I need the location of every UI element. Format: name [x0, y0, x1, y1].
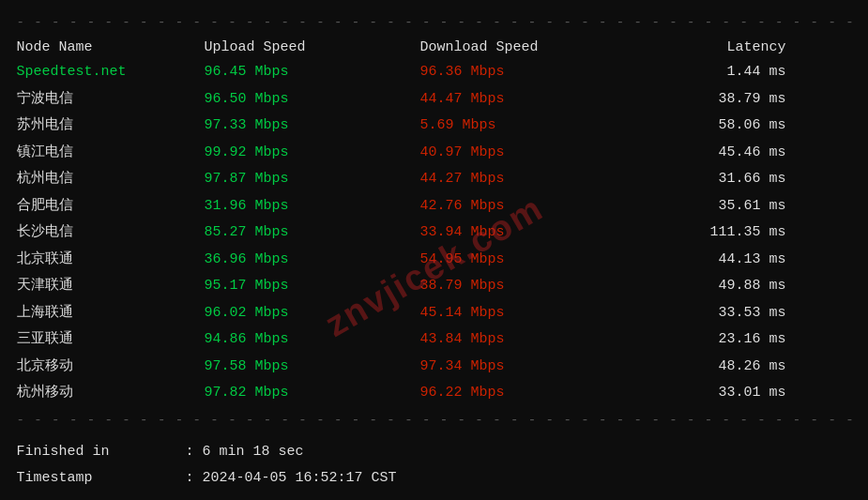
cell-download: 42.76 Mbps	[420, 196, 636, 218]
header-upload: Upload Speed	[205, 39, 420, 55]
cell-latency: 111.35 ms	[636, 222, 786, 244]
table-body: Speedtest.net96.45 Mbps96.36 Mbps1.44 ms…	[17, 59, 852, 407]
cell-latency: 48.26 ms	[636, 356, 786, 378]
cell-download: 40.97 Mbps	[420, 143, 636, 164]
cell-upload: 94.86 Mbps	[205, 329, 420, 351]
cell-node: 北京联通	[17, 250, 205, 271]
main-container: znvjicek.com - - - - - - - - - - - - - -…	[12, 0, 857, 500]
header-node: Node Name	[17, 39, 205, 55]
table-row: 天津联通95.17 Mbps38.79 Mbps49.88 ms	[17, 273, 852, 300]
cell-download: 54.95 Mbps	[420, 250, 636, 271]
cell-upload: 97.58 Mbps	[205, 356, 420, 378]
cell-download: 44.27 Mbps	[420, 169, 636, 190]
cell-download: 96.36 Mbps	[420, 62, 636, 83]
cell-download: 97.34 Mbps	[420, 356, 636, 378]
cell-node: 宁波电信	[17, 89, 205, 111]
cell-download: 38.79 Mbps	[420, 276, 636, 297]
footer-finished-value: : 6 min 18 sec	[186, 441, 304, 463]
cell-upload: 97.82 Mbps	[205, 383, 420, 404]
table-header: Node Name Upload Speed Download Speed La…	[17, 36, 852, 59]
top-divider: - - - - - - - - - - - - - - - - - - - - …	[17, 15, 852, 30]
cell-node: 天津联通	[17, 276, 205, 297]
cell-latency: 38.79 ms	[636, 89, 786, 111]
cell-download: 96.22 Mbps	[420, 383, 636, 404]
cell-latency: 31.66 ms	[636, 169, 786, 190]
cell-node: 长沙电信	[17, 222, 205, 244]
cell-upload: 96.02 Mbps	[205, 303, 420, 325]
cell-latency: 35.61 ms	[636, 196, 786, 218]
table-row: 北京联通36.96 Mbps54.95 Mbps44.13 ms	[17, 247, 852, 274]
cell-node: 北京移动	[17, 356, 205, 378]
cell-upload: 36.96 Mbps	[205, 250, 420, 271]
cell-latency: 49.88 ms	[636, 276, 786, 297]
cell-upload: 96.50 Mbps	[205, 89, 420, 111]
cell-upload: 96.45 Mbps	[205, 62, 420, 83]
cell-latency: 1.44 ms	[636, 62, 786, 83]
cell-node: 苏州电信	[17, 115, 205, 137]
cell-upload: 95.17 Mbps	[205, 276, 420, 297]
table-row: Speedtest.net96.45 Mbps96.36 Mbps1.44 ms	[17, 59, 852, 86]
table-row: 长沙电信85.27 Mbps33.94 Mbps111.35 ms	[17, 220, 852, 247]
footer-timestamp-value: : 2024-04-05 16:52:17 CST	[186, 467, 397, 490]
cell-latency: 33.53 ms	[636, 303, 786, 325]
cell-node: 杭州电信	[17, 169, 205, 190]
footer-finished-label: Finished in	[17, 441, 186, 463]
cell-node: 镇江电信	[17, 143, 205, 164]
cell-upload: 85.27 Mbps	[205, 222, 420, 244]
cell-latency: 33.01 ms	[636, 383, 786, 404]
cell-node: 合肥电信	[17, 196, 205, 218]
table-row: 杭州移动97.82 Mbps96.22 Mbps33.01 ms	[17, 380, 852, 407]
cell-node: Speedtest.net	[17, 62, 205, 83]
table-row: 三亚联通94.86 Mbps43.84 Mbps23.16 ms	[17, 326, 852, 354]
header-latency: Latency	[636, 39, 786, 55]
table-row: 杭州电信97.87 Mbps44.27 Mbps31.66 ms	[17, 166, 852, 193]
cell-upload: 97.33 Mbps	[205, 115, 420, 137]
cell-download: 43.84 Mbps	[420, 329, 636, 351]
cell-node: 上海联通	[17, 303, 205, 325]
cell-latency: 44.13 ms	[636, 250, 786, 271]
table-row: 上海联通96.02 Mbps45.14 Mbps33.53 ms	[17, 300, 852, 327]
header-download: Download Speed	[420, 39, 636, 55]
footer-section: Finished in : 6 min 18 sec Timestamp : 2…	[17, 433, 852, 497]
middle-divider: - - - - - - - - - - - - - - - - - - - - …	[17, 413, 852, 428]
footer-finished-row: Finished in : 6 min 18 sec	[17, 439, 852, 465]
cell-node: 杭州移动	[17, 383, 205, 404]
footer-timestamp-label: Timestamp	[17, 467, 186, 490]
cell-download: 45.14 Mbps	[420, 303, 636, 325]
cell-download: 33.94 Mbps	[420, 222, 636, 244]
table-row: 宁波电信96.50 Mbps44.47 Mbps38.79 ms	[17, 86, 852, 114]
cell-latency: 23.16 ms	[636, 329, 786, 351]
cell-upload: 97.87 Mbps	[205, 169, 420, 190]
cell-latency: 45.46 ms	[636, 143, 786, 164]
table-row: 合肥电信31.96 Mbps42.76 Mbps35.61 ms	[17, 193, 852, 220]
table-row: 北京移动97.58 Mbps97.34 Mbps48.26 ms	[17, 354, 852, 381]
cell-node: 三亚联通	[17, 329, 205, 351]
cell-download: 5.69 Mbps	[420, 115, 636, 137]
cell-upload: 99.92 Mbps	[205, 143, 420, 164]
cell-latency: 58.06 ms	[636, 115, 786, 137]
cell-download: 44.47 Mbps	[420, 89, 636, 111]
table-row: 镇江电信99.92 Mbps40.97 Mbps45.46 ms	[17, 140, 852, 167]
footer-timestamp-row: Timestamp : 2024-04-05 16:52:17 CST	[17, 465, 852, 492]
cell-upload: 31.96 Mbps	[205, 196, 420, 218]
table-row: 苏州电信97.33 Mbps5.69 Mbps58.06 ms	[17, 113, 852, 140]
